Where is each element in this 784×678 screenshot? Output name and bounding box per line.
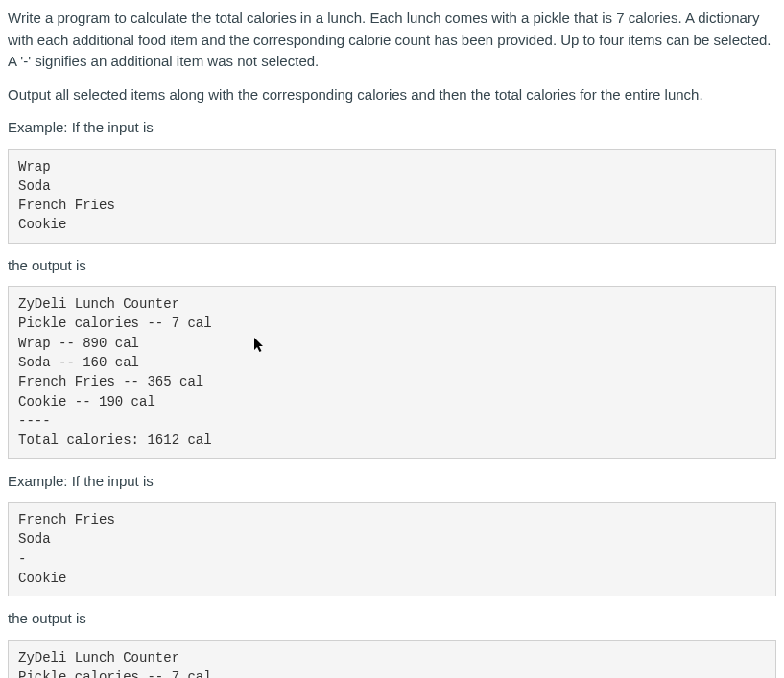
example1-output-label: the output is <box>8 255 776 277</box>
example2-output-label: the output is <box>8 608 776 630</box>
intro-paragraph: Write a program to calculate the total c… <box>8 8 776 73</box>
example2-input-block: French Fries Soda - Cookie <box>8 502 776 596</box>
content-wrapper: Write a program to calculate the total c… <box>8 8 776 678</box>
example1-input-block: Wrap Soda French Fries Cookie <box>8 149 776 244</box>
example2-output-block: ZyDeli Lunch Counter Pickle calories -- … <box>8 640 776 678</box>
example1-output-block: ZyDeli Lunch Counter Pickle calories -- … <box>8 286 776 458</box>
example2-label: Example: If the input is <box>8 471 776 493</box>
output-instruction: Output all selected items along with the… <box>8 84 776 106</box>
example1-label: Example: If the input is <box>8 117 776 139</box>
